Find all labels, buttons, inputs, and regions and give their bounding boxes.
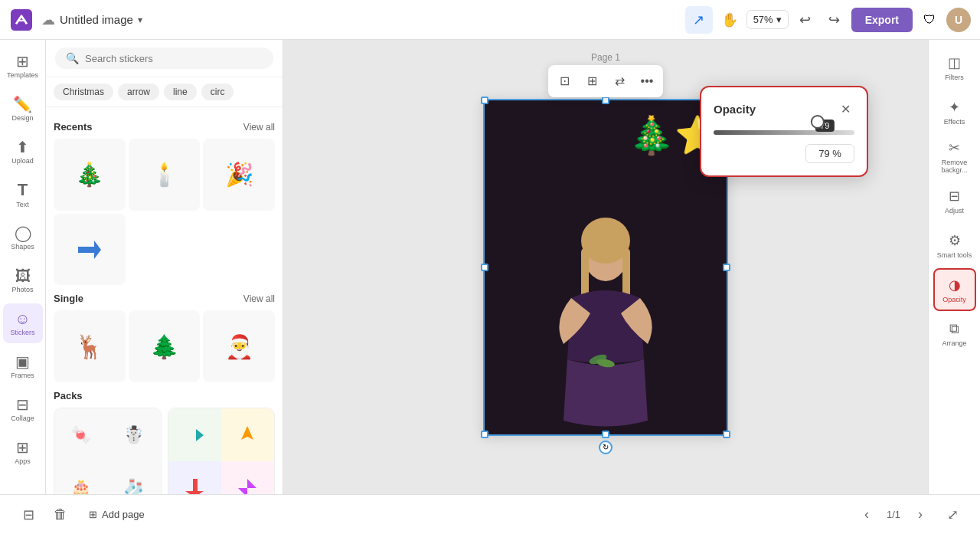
tag-circ[interactable]: circ [201, 84, 234, 100]
sticker-item[interactable] [54, 214, 126, 286]
search-input-wrap[interactable]: 🔍 [55, 48, 273, 69]
svg-marker-2 [185, 429, 204, 441]
swap-button[interactable]: ⇄ [606, 68, 632, 94]
recents-view-all[interactable]: View all [243, 122, 275, 133]
opacity-slider-track[interactable]: 79 [714, 130, 854, 135]
sidebar-item-text[interactable]: T Text [3, 175, 43, 215]
doc-title[interactable]: Untitled image [60, 13, 133, 26]
search-input[interactable] [85, 53, 263, 64]
svg-marker-3 [241, 426, 253, 440]
handle-bot-left[interactable] [481, 431, 488, 438]
sidebar-item-photos[interactable]: 🖼 Photos [3, 260, 43, 300]
crop-button[interactable]: ⊡ [551, 68, 577, 94]
opacity-icon: ◑ [949, 277, 961, 293]
pack-card-shape4[interactable]: Shape IV [168, 408, 276, 494]
arrow-sticker-icon [74, 234, 105, 265]
sidebar-item-label: Shapes [11, 244, 34, 251]
effects-icon: ✦ [949, 99, 960, 116]
float-toolbar: ⊡ ⊞ ⇄ ••• [548, 65, 663, 97]
sticker-item[interactable]: 🎉 [203, 139, 275, 211]
right-tool-arrange[interactable]: ⧉ Arrange [933, 313, 976, 355]
layout-button[interactable]: ⊞ [579, 68, 605, 94]
more-button[interactable]: ••• [634, 68, 660, 94]
upload-icon: ⬆ [16, 138, 29, 156]
sidebar-item-frames[interactable]: ▣ Frames [3, 346, 43, 386]
zoom-value: 57% [753, 14, 773, 25]
add-page-button[interactable]: ⊞ Add page [80, 504, 154, 525]
rotate-handle[interactable]: ↻ [599, 441, 612, 454]
next-page-button[interactable]: › [908, 503, 933, 527]
add-to-page-button[interactable]: ⊟ [15, 502, 41, 528]
sidebar-item-apps[interactable]: ⊞ Apps [3, 432, 43, 472]
shield-icon[interactable]: 🛡 [916, 6, 943, 34]
doc-title-chevron[interactable]: ▾ [138, 15, 142, 25]
opacity-close-button[interactable]: ✕ [836, 100, 854, 118]
right-tool-effects[interactable]: ✦ Effects [933, 90, 976, 133]
handle-top-left[interactable] [481, 97, 488, 104]
pan-tool[interactable]: ✋ [716, 6, 743, 34]
sticker-item[interactable]: 🎅 [203, 310, 275, 382]
opacity-slider-wrap: 79 [714, 130, 854, 135]
handle-top-mid[interactable] [602, 97, 609, 104]
single-grid: 🦌 🌲 🎅 [54, 310, 275, 382]
redo-button[interactable]: ↪ [821, 6, 848, 34]
tag-line[interactable]: line [164, 84, 197, 100]
sticker-item[interactable]: 🎄 [54, 139, 126, 211]
sidebar-item-label: Frames [11, 372, 34, 380]
add-page-label: Add page [102, 509, 145, 520]
pack-cell [168, 408, 221, 461]
export-button[interactable]: Export [851, 8, 913, 32]
canvas-page[interactable]: 🎄⭐ Love it . ↻ ⊡ ⊞ ⇄ ••• [483, 99, 728, 436]
handle-mid-left[interactable] [481, 264, 488, 271]
sidebar-item-stickers[interactable]: ☺ Stickers [3, 303, 43, 343]
delete-page-button[interactable]: 🗑 [47, 502, 74, 528]
collage-icon: ⊟ [16, 395, 29, 414]
design-icon: ✏️ [13, 95, 32, 113]
prev-page-button[interactable]: ‹ [854, 503, 879, 527]
undo-button[interactable]: ↩ [792, 6, 819, 34]
avatar[interactable]: U [946, 8, 971, 32]
zoom-control[interactable]: 57% ▾ [746, 10, 789, 29]
sidebar-item-design[interactable]: ✏️ Design [3, 89, 43, 129]
cursor-tool[interactable]: ↗ [685, 6, 713, 34]
opacity-value-input[interactable] [805, 144, 854, 163]
tag-christmas[interactable]: Christmas [54, 84, 113, 100]
single-view-all[interactable]: View all [243, 293, 275, 304]
handle-mid-right[interactable] [723, 264, 730, 271]
handle-bot-right[interactable] [723, 431, 730, 438]
fit-screen-button[interactable]: ⤢ [940, 503, 965, 527]
sticker-item[interactable]: 🌲 [129, 310, 201, 382]
opacity-header: Opacity ✕ [714, 100, 854, 118]
templates-icon: ⊞ [16, 52, 29, 70]
right-tool-opacity[interactable]: ◑ Opacity [933, 268, 976, 311]
pack-cell [221, 461, 274, 494]
page-label: Page 1 [591, 52, 620, 63]
sidebar-item-shapes[interactable]: ◯ Shapes [3, 218, 43, 257]
sidebar-item-label: Photos [11, 287, 33, 294]
opacity-title: Opacity [714, 103, 756, 116]
right-tool-remove-bg[interactable]: ✂ Remove backgr... [933, 135, 976, 178]
pack-cell: 🧦 [107, 461, 160, 494]
sidebar-item-upload[interactable]: ⬆ Upload [3, 132, 43, 172]
right-tool-smart[interactable]: ⚙ Smart tools [933, 224, 976, 267]
sticker-item[interactable]: 🦌 [54, 310, 126, 382]
app-logo[interactable] [9, 8, 34, 32]
sidebar-item-templates[interactable]: ⊞ Templates [3, 46, 43, 86]
right-tool-filters[interactable]: ◫ Filters [933, 46, 976, 89]
handle-bot-mid[interactable] [602, 431, 609, 438]
right-tool-adjust[interactable]: ⊟ Adjust [933, 179, 976, 222]
svg-marker-1 [78, 241, 101, 259]
pack-cell [221, 408, 274, 461]
remove-bg-icon: ✂ [949, 139, 960, 156]
svg-marker-4 [185, 479, 204, 494]
pack-card-christmas[interactable]: 🍬 ☃️ 🎂 🧦 Christmas Party [54, 408, 162, 494]
left-sidebar: ⊞ Templates ✏️ Design ⬆ Upload T Text ◯ … [0, 40, 46, 494]
slider-thumb[interactable] [811, 115, 825, 129]
main-layout: ⊞ Templates ✏️ Design ⬆ Upload T Text ◯ … [0, 40, 980, 494]
sticker-item[interactable]: 🕯️ [129, 139, 201, 211]
topbar: ☁ Untitled image ▾ ↗ ✋ 57% ▾ ↩ ↪ Export … [0, 0, 980, 40]
sidebar-item-label: Upload [11, 158, 34, 165]
tag-arrow[interactable]: arrow [118, 84, 159, 100]
recents-header: Recents View all [54, 121, 275, 133]
sidebar-item-collage[interactable]: ⊟ Collage [3, 389, 43, 429]
